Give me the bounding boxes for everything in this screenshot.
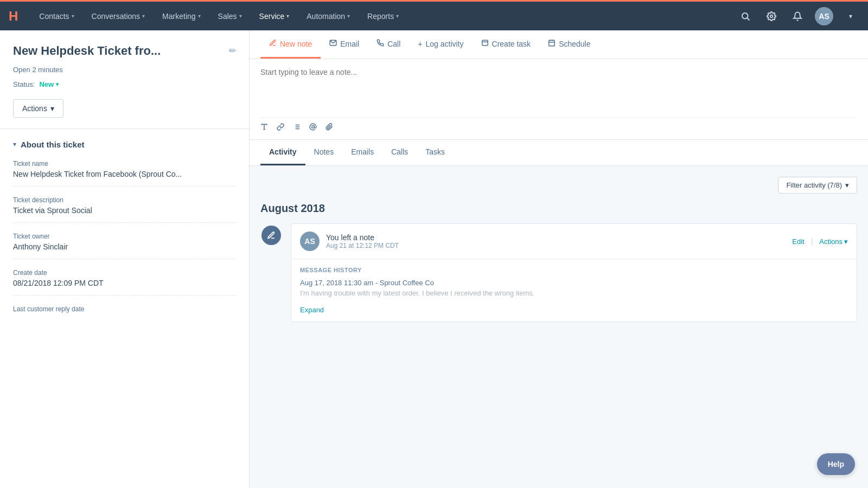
top-navigation: H Contacts ▾ Conversations ▾ Marketing ▾… — [0, 0, 868, 30]
tab-notes[interactable]: Notes — [305, 140, 343, 165]
tab-schedule[interactable]: Schedule — [539, 30, 599, 59]
main-layout: New Helpdesk Ticket fro... ✏ Open 2 minu… — [0, 30, 868, 488]
status-dropdown-icon: ▾ — [56, 81, 59, 87]
user-menu-chevron-icon[interactable]: ▾ — [842, 8, 859, 25]
ticket-status-row: Status: New ▾ — [13, 80, 236, 88]
text-format-icon[interactable] — [260, 123, 268, 131]
tab-activity[interactable]: Activity — [260, 140, 305, 165]
nav-automation[interactable]: Automation ▾ — [298, 1, 359, 31]
actions-chevron-icon: ▾ — [50, 104, 54, 113]
attach-icon[interactable] — [326, 123, 333, 131]
tab-create-task-label: Create task — [492, 40, 531, 48]
activity-content: Filter activity (7/8) ▾ August 2018 — [250, 166, 868, 333]
field-ticket-description: Ticket description Ticket via Sprout Soc… — [13, 196, 236, 223]
field-ticket-owner-value: Anthony Sinclair — [13, 242, 236, 251]
conversations-chevron-icon: ▾ — [142, 13, 145, 19]
activity-tabs: Activity Notes Emails Calls Tasks — [250, 140, 868, 166]
link-icon[interactable] — [277, 123, 284, 131]
activity-timestamp: Aug 21 at 12:12 PM CDT — [326, 242, 399, 249]
nav-links: Contacts ▾ Conversations ▾ Marketing ▾ S… — [30, 1, 737, 31]
field-ticket-owner-label: Ticket owner — [13, 233, 236, 240]
field-ticket-description-label: Ticket description — [13, 196, 236, 204]
field-ticket-name-value: New Helpdesk Ticket from Facebook (Sprou… — [13, 170, 236, 178]
activity-card-actions: Edit | Actions ▾ — [792, 237, 848, 246]
settings-icon[interactable] — [763, 8, 780, 25]
status-value: New — [39, 80, 54, 88]
svg-rect-4 — [482, 40, 488, 45]
help-button[interactable]: Help — [817, 453, 855, 475]
new-note-icon — [269, 39, 277, 48]
activity-section: Activity Notes Emails Calls Tasks Filter… — [250, 140, 868, 488]
activity-month-header: August 2018 — [260, 202, 857, 215]
search-icon[interactable] — [737, 8, 754, 25]
pipe-divider: | — [811, 237, 813, 246]
section-title: About this ticket — [21, 140, 85, 149]
ticket-header: New Helpdesk Ticket fro... ✏ Open 2 minu… — [0, 30, 249, 129]
nav-actions: AS ▾ — [737, 7, 859, 25]
filter-activity-label: Filter activity (7/8) — [786, 181, 842, 189]
contacts-chevron-icon: ▾ — [72, 13, 74, 19]
activity-card: AS You left a note Aug 21 at 12:12 PM CD… — [291, 223, 857, 322]
tab-email[interactable]: Email — [321, 30, 368, 59]
tab-emails[interactable]: Emails — [342, 140, 382, 165]
nav-sales[interactable]: Sales ▾ — [209, 1, 251, 31]
activity-user: AS You left a note Aug 21 at 12:12 PM CD… — [300, 232, 399, 251]
notifications-icon[interactable] — [789, 8, 806, 25]
status-badge[interactable]: New ▾ — [39, 80, 59, 88]
activity-edit-link[interactable]: Edit — [792, 237, 804, 246]
filter-activity-button[interactable]: Filter activity (7/8) ▾ — [778, 177, 857, 194]
logo[interactable]: H — [9, 9, 17, 24]
expand-link[interactable]: Expand — [300, 306, 324, 314]
tab-create-task[interactable]: Create task — [473, 30, 540, 59]
filter-bar: Filter activity (7/8) ▾ — [260, 177, 857, 194]
nav-contacts[interactable]: Contacts ▾ — [30, 1, 82, 31]
actions-button-label: Actions — [22, 104, 47, 113]
activity-actions-dropdown[interactable]: Actions ▾ — [819, 237, 848, 246]
activity-user-avatar: AS — [300, 232, 320, 251]
tab-email-label: Email — [340, 40, 359, 48]
activity-actions-chevron-icon: ▾ — [844, 237, 848, 246]
section-header[interactable]: ▾ About this ticket — [13, 140, 236, 149]
reports-chevron-icon: ▾ — [396, 13, 399, 19]
actions-button[interactable]: Actions ▾ — [13, 99, 63, 118]
ticket-open-duration: Open 2 minutes — [13, 66, 236, 74]
section-collapse-icon: ▾ — [13, 140, 16, 148]
feed-content: AS You left a note Aug 21 at 12:12 PM CD… — [291, 223, 857, 322]
svg-line-1 — [747, 18, 749, 20]
feed-timeline — [260, 223, 282, 322]
user-avatar[interactable]: AS — [815, 7, 833, 25]
note-input[interactable] — [260, 68, 857, 111]
list-icon[interactable] — [293, 123, 301, 131]
automation-chevron-icon: ▾ — [347, 13, 350, 19]
nav-reports[interactable]: Reports ▾ — [359, 1, 407, 31]
edit-ticket-icon[interactable]: ✏ — [229, 46, 236, 56]
tab-call[interactable]: Call — [368, 30, 409, 59]
tab-log-activity-label: Log activity — [425, 40, 463, 48]
field-last-customer-reply-label: Last customer reply date — [13, 305, 236, 313]
tab-call-label: Call — [387, 40, 400, 48]
action-tabs: New note Email Call + Log activity — [250, 30, 868, 59]
schedule-icon — [548, 39, 556, 48]
ticket-title-row: New Helpdesk Ticket fro... ✏ — [13, 43, 236, 59]
field-last-customer-reply: Last customer reply date — [13, 305, 236, 323]
field-ticket-owner: Ticket owner Anthony Sinclair — [13, 233, 236, 259]
email-icon — [329, 39, 337, 48]
nav-marketing[interactable]: Marketing ▾ — [154, 1, 209, 31]
right-panel: New note Email Call + Log activity — [250, 30, 868, 488]
activity-feed: AS You left a note Aug 21 at 12:12 PM CD… — [260, 223, 857, 322]
create-task-icon — [481, 39, 489, 48]
message-date: Aug 17, 2018 11:30 am - Sprout Coffee Co — [300, 279, 848, 287]
tab-new-note[interactable]: New note — [260, 30, 321, 59]
nav-service[interactable]: Service ▾ — [251, 1, 298, 31]
field-ticket-description-value: Ticket via Sprout Social — [13, 206, 236, 215]
service-chevron-icon: ▾ — [286, 13, 289, 19]
tab-schedule-label: Schedule — [559, 40, 590, 48]
mention-icon[interactable] — [309, 123, 317, 131]
field-ticket-name: Ticket name New Helpdesk Ticket from Fac… — [13, 160, 236, 187]
note-area — [250, 59, 868, 140]
tab-log-activity[interactable]: + Log activity — [409, 31, 472, 59]
tab-tasks[interactable]: Tasks — [417, 140, 454, 165]
tab-calls[interactable]: Calls — [382, 140, 417, 165]
nav-conversations[interactable]: Conversations ▾ — [83, 1, 154, 31]
field-create-date: Create date 08/21/2018 12:09 PM CDT — [13, 269, 236, 296]
